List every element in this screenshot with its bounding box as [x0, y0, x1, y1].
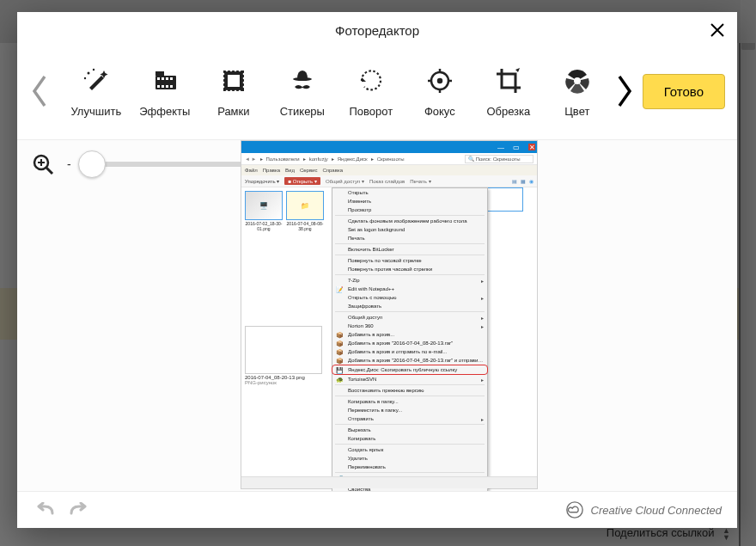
svg-rect-6 [162, 77, 164, 80]
context-menu-item-label: Добавить в архив... [348, 332, 394, 337]
svg-rect-9 [157, 85, 160, 88]
modal-title: Фоторедактор [335, 23, 419, 38]
context-menu-item-label: Norton 360 [348, 323, 374, 328]
close-icon [710, 22, 725, 38]
context-menu-item-label: 7-Zip [348, 278, 360, 283]
undo-icon [35, 502, 54, 518]
context-menu-item-label: Создать ярлык [348, 447, 383, 452]
tool-frames[interactable]: Рамки [207, 65, 260, 118]
context-menu-item-label: Открыть [348, 190, 369, 195]
svg-point-30 [239, 89, 241, 92]
context-menu-item-icon: 📦 [335, 348, 344, 356]
context-menu-item-label: Просмотр [348, 207, 371, 212]
svg-rect-14 [228, 75, 240, 87]
context-menu-item-icon: 📦 [335, 357, 344, 365]
next-tools-button[interactable] [614, 61, 636, 121]
svg-rect-10 [162, 85, 164, 88]
svg-point-25 [235, 69, 237, 71]
context-menu-item: Сделать фоновым изображением рабочего ст… [332, 217, 487, 225]
context-menu-item-icon: 📦 [335, 331, 344, 339]
aperture-icon [562, 65, 593, 96]
edited-image[interactable]: — ▭ ✕ ◄ ► ▸ Пользователи▸ konfuzjy▸ Янде… [241, 140, 538, 489]
zoom-slider-thumb[interactable] [78, 150, 106, 178]
context-menu-item-label: Общий доступ [348, 315, 382, 320]
svg-point-33 [438, 79, 442, 83]
tool-focus[interactable]: Фокус [413, 65, 466, 118]
svg-point-20 [243, 77, 246, 79]
svg-point-21 [243, 81, 246, 83]
modal-header: Фоторедактор [17, 12, 737, 48]
svg-point-26 [239, 69, 241, 71]
tool-label: Эффекты [139, 105, 190, 118]
menu-help: Справка [322, 168, 343, 173]
tool-label: Поворот [349, 105, 393, 118]
context-menu-item-label: Защифровать [348, 304, 381, 309]
redo-button[interactable] [67, 498, 91, 522]
hat-mustache-icon [287, 65, 318, 96]
svg-point-29 [235, 89, 237, 92]
zoom-controls: - [29, 150, 245, 178]
context-menu-item-label: Повернуть по часовой стрелке [348, 258, 422, 263]
maximize-icon: ▭ [513, 144, 520, 150]
context-menu-item: Открыть [332, 188, 487, 197]
inner-search-placeholder: Поиск: Скриншоты [476, 156, 521, 162]
context-menu-item-label: Отправить [348, 416, 374, 421]
tool-label: Улучшить [70, 105, 121, 118]
context-menu-item: 📦Добавить в архив "2016-07-04_08-20-13.r… [332, 356, 487, 365]
context-menu-item-label: Сделать фоновым изображением рабочего ст… [348, 218, 467, 224]
modal-footer: Creative Cloud Connected [17, 492, 737, 528]
selected-file-type: PNG-рисунок [245, 380, 277, 385]
zoom-in-button[interactable] [29, 150, 57, 178]
context-menu-item-icon: 📦 [335, 340, 344, 347]
tool-label: Рамки [217, 105, 249, 118]
file-thumb-0: 🖥️ 2016-07-02_18-30-01.png [245, 191, 283, 231]
crumb-0: Пользователи [266, 156, 300, 162]
menu-view: Вид [285, 168, 295, 173]
context-menu-item: Просмотр [332, 206, 487, 214]
svg-point-27 [226, 89, 229, 92]
tool-enhance[interactable]: Улучшить [70, 65, 123, 118]
context-menu-item: 7-Zip [332, 276, 487, 285]
creative-cloud-status: Creative Cloud Connected [565, 500, 722, 519]
undo-button[interactable] [33, 498, 57, 522]
chevron-right-icon [615, 74, 634, 108]
context-menu-item-label: Добавить в архив "2016-07-04_08-20-13.ra… [348, 358, 487, 363]
focus-target-icon [424, 65, 455, 96]
context-menu-item: Norton 360 [332, 322, 487, 330]
context-menu-item: 📦Добавить в архив "2016-07-04_08-20-13.r… [332, 339, 487, 347]
tool-rotate[interactable]: Поворот [344, 65, 398, 118]
zoom-slider[interactable] [82, 162, 245, 167]
tool-color[interactable]: Цвет [551, 65, 604, 118]
context-menu-item: Удалить [332, 454, 487, 463]
svg-rect-12 [170, 85, 173, 88]
tool-effects[interactable]: Эффекты [138, 65, 192, 118]
context-menu-separator [335, 274, 485, 275]
tool-crop[interactable]: Обрезка [482, 65, 535, 118]
svg-point-18 [223, 85, 225, 88]
tool-stickers[interactable]: Стикеры [276, 65, 329, 118]
film-roll-icon [149, 65, 180, 96]
context-menu-item: 💾Яндекс.Диск: Скопировать публичную ссыл… [332, 365, 488, 375]
done-button[interactable]: Готово [643, 74, 725, 109]
inner-status-bar [241, 476, 537, 488]
context-menu-item: Set as logon background [332, 225, 487, 234]
svg-rect-11 [166, 85, 168, 88]
context-menu-item-label: Восстановить прежнюю версию [348, 388, 424, 393]
context-menu-item-label: Повернуть против часовой стрелки [348, 267, 432, 272]
context-menu-item: Общий доступ [332, 313, 487, 322]
context-menu-item: Переместить в папку... [332, 406, 487, 414]
svg-line-40 [46, 168, 52, 174]
photo-editor-modal: Фоторедактор Улучшить Эффекты [17, 12, 737, 528]
menu-service: Сервис [300, 168, 318, 173]
prev-tools-button[interactable] [29, 61, 51, 121]
context-menu-separator [335, 472, 485, 473]
context-menu-item-label: Set as logon background [348, 227, 405, 232]
context-menu-item: 📦Добавить в архив и отправить по e-mail.… [332, 347, 487, 356]
redo-icon [70, 502, 88, 518]
zoom-min-label: - [67, 157, 71, 171]
context-menu-item-label: Добавить в архив "2016-07-04_08-20-13.ra… [348, 340, 453, 346]
zoom-in-icon [31, 152, 55, 176]
rotate-icon [356, 65, 387, 96]
modal-close-button[interactable] [710, 22, 725, 41]
context-menu-item: Повернуть против часовой стрелки [332, 265, 487, 273]
